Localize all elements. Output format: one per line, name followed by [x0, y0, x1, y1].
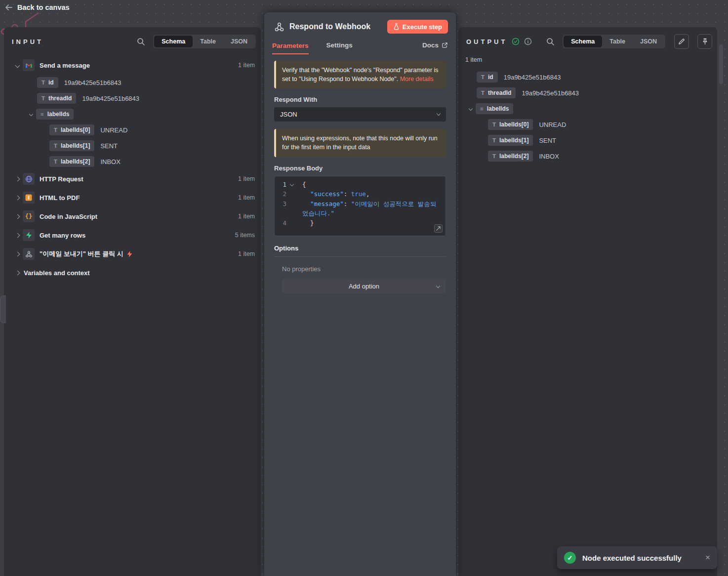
chevron-right-icon[interactable]: [15, 233, 20, 238]
trigger-bolt-icon: [127, 251, 132, 257]
chevron-right-icon[interactable]: [15, 214, 20, 219]
field-chip-id[interactable]: Tid: [477, 72, 498, 82]
item-count: 1 item: [238, 62, 261, 69]
string-type-icon: T: [41, 95, 45, 101]
output-tab-json[interactable]: JSON: [633, 36, 664, 47]
input-tab-schema[interactable]: Schema: [154, 36, 193, 47]
field-row-labelIds-0: TlabelIds[0] UNREAD: [4, 122, 261, 138]
supabase-bolt-icon: [23, 229, 35, 241]
pencil-icon: [678, 38, 685, 45]
toast-message: Node executed successfully: [582, 554, 682, 562]
field-chip-threadId[interactable]: TthreadId: [477, 87, 516, 98]
node-row-code-in-javascript[interactable]: {} Code in JavaScript 1 item: [4, 207, 261, 226]
field-chip-id[interactable]: Tid: [37, 77, 58, 88]
field-chip-labelIds-0[interactable]: TlabelIds[0]: [488, 119, 533, 130]
input-tab-table[interactable]: Table: [193, 36, 223, 47]
chevron-down-icon: [437, 112, 441, 116]
code-braces-icon: {}: [23, 210, 35, 222]
string-type-icon: T: [54, 159, 57, 165]
external-link-icon: [442, 42, 448, 48]
field-chip-threadId[interactable]: TthreadId: [37, 93, 76, 104]
search-icon[interactable]: [546, 38, 555, 46]
field-row-id: Tid 19a9b425e51b6843: [458, 69, 717, 85]
node-row-send-a-message[interactable]: Send a message 1 item: [4, 56, 261, 75]
tab-settings[interactable]: Settings: [326, 39, 353, 54]
info-icon[interactable]: [524, 38, 532, 45]
chevron-down-icon[interactable]: [15, 63, 20, 68]
field-row-labelIds-2: TlabelIds[2] INBOX: [458, 148, 717, 164]
pin-data-button[interactable]: [697, 34, 712, 49]
close-icon[interactable]: ×: [705, 553, 710, 563]
string-type-icon: T: [492, 137, 496, 143]
input-tab-json[interactable]: JSON: [223, 36, 255, 47]
chevron-right-icon[interactable]: [15, 176, 20, 181]
output-tab-schema[interactable]: Schema: [564, 36, 602, 47]
field-chip-labelIds-1[interactable]: TlabelIds[1]: [49, 140, 94, 151]
code-line: 4 }: [275, 218, 442, 228]
output-schema-tree: Tid 19a9b425e51b6843 TthreadId 19a9b425e…: [458, 63, 717, 164]
field-value: 19a9b425e51b6843: [64, 79, 121, 86]
pin-icon: [702, 38, 708, 45]
node-name: Code in JavaScript: [40, 213, 97, 220]
modal-title: Respond to Webhook: [289, 22, 370, 31]
add-option-button[interactable]: Add option: [282, 279, 446, 293]
tab-parameters[interactable]: Parameters: [272, 39, 309, 55]
field-value: SENT: [539, 137, 556, 144]
field-chip-labelIds-0[interactable]: TlabelIds[0]: [49, 124, 94, 135]
string-type-icon: T: [54, 143, 57, 149]
code-line: 3 "message": "이메일이 성공적으로 발송되었습니다.": [275, 199, 442, 218]
webhook-icon: [23, 248, 35, 260]
field-chip-labelIds-2[interactable]: TlabelIds[2]: [49, 156, 94, 167]
response-body-editor[interactable]: 1 { 2 "success": true, 3 "message": "이메일…: [274, 176, 446, 236]
edit-output-button[interactable]: [674, 34, 689, 49]
field-chip-labelIds[interactable]: ≡labelIds: [36, 109, 74, 120]
toast-check-icon: ✓: [564, 552, 576, 564]
node-row-http-request[interactable]: HTTP Request 1 item: [4, 169, 261, 188]
item-count: 1 item: [238, 175, 261, 182]
field-value: SENT: [100, 142, 118, 150]
chevron-down-icon[interactable]: [29, 112, 33, 116]
execute-step-button[interactable]: Execute step: [387, 20, 448, 34]
field-value: UNREAD: [100, 126, 127, 134]
respond-with-select[interactable]: JSON: [274, 107, 446, 122]
respond-with-label: Respond With: [274, 96, 446, 103]
panel-drag-handle[interactable]: [0, 295, 6, 323]
canvas-scrollbar-thumb[interactable]: [719, 44, 723, 84]
field-row-labelIds-2: TlabelIds[2] INBOX: [4, 154, 261, 169]
field-row-labelIds[interactable]: ≡labelIds: [458, 101, 717, 117]
node-row-variables-and-context[interactable]: Variables and context: [4, 263, 261, 282]
field-row-labelIds[interactable]: ≡labelIds: [4, 106, 261, 122]
field-chip-labelIds-2[interactable]: TlabelIds[2]: [488, 151, 533, 162]
field-chip-labelIds[interactable]: ≡labelIds: [476, 103, 513, 114]
editor-expand-icon[interactable]: [434, 224, 443, 233]
chevron-right-icon[interactable]: [15, 251, 20, 256]
output-tab-table[interactable]: Table: [602, 36, 633, 47]
node-row-get-many-rows[interactable]: Get many rows 5 items: [4, 226, 261, 245]
input-panel-title: INPUT: [12, 38, 43, 45]
docs-link[interactable]: Docs: [422, 41, 448, 54]
string-type-icon: T: [492, 122, 496, 127]
chevron-right-icon[interactable]: [15, 270, 20, 275]
node-name: "이메일 보내기" 버튼 클릭 시: [40, 249, 123, 258]
field-row-labelIds-0: TlabelIds[0] UNREAD: [458, 117, 717, 132]
fold-chevron-icon[interactable]: [290, 182, 294, 186]
string-type-icon: T: [481, 74, 485, 80]
back-to-canvas-button[interactable]: Back to canvas: [0, 0, 728, 15]
field-row-labelIds-1: TlabelIds[1] SENT: [4, 138, 261, 154]
more-details-link[interactable]: More details: [400, 76, 434, 82]
node-detail-view-modal: Respond to Webhook Execute step Paramete…: [264, 12, 456, 576]
field-row-id: Tid 19a9b425e51b6843: [4, 75, 261, 90]
chevron-right-icon[interactable]: [15, 195, 20, 200]
field-row-labelIds-1: TlabelIds[1] SENT: [458, 132, 717, 148]
string-type-icon: T: [492, 153, 496, 159]
node-name: HTTP Request: [40, 175, 83, 183]
field-chip-labelIds-1[interactable]: TlabelIds[1]: [488, 135, 533, 146]
chevron-down-icon[interactable]: [469, 107, 473, 111]
node-row-email-button-webhook[interactable]: "이메일 보내기" 버튼 클릭 시 1 item: [4, 245, 261, 263]
node-row-html-to-pdf[interactable]: HTML to PDF 1 item: [4, 188, 261, 207]
no-properties-text: No properties: [282, 265, 446, 273]
flask-icon: [393, 23, 400, 30]
globe-icon: [23, 173, 35, 185]
search-icon[interactable]: [137, 38, 145, 46]
node-name: Variables and context: [24, 269, 90, 277]
